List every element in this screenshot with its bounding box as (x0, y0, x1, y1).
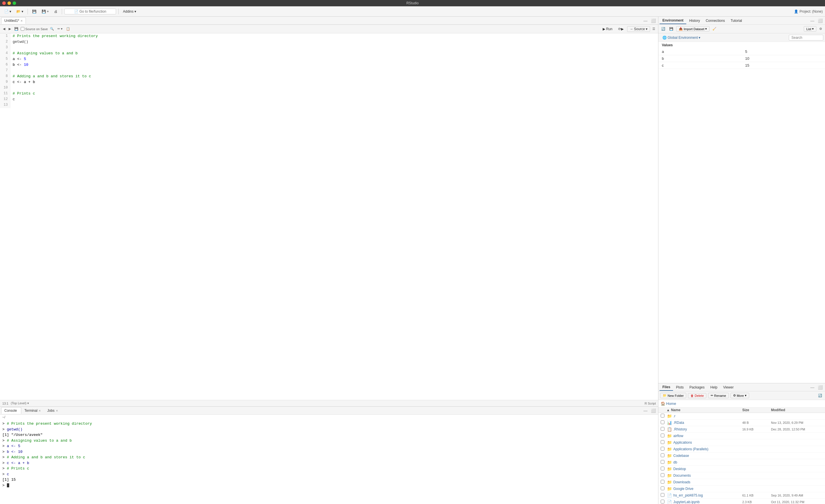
open-file-btn[interactable]: 📂▾ (14, 9, 25, 14)
editor-tab-close[interactable]: ✕ (20, 19, 23, 22)
jobs-tab-close[interactable]: ✕ (56, 409, 58, 412)
file-checkbox[interactable] (661, 466, 664, 471)
maximize-button[interactable] (13, 1, 16, 5)
files-tab-plots[interactable]: Plots (673, 384, 686, 390)
list-btn[interactable]: List ▾ (804, 26, 816, 31)
file-checkbox[interactable] (661, 460, 664, 464)
file-checkbox[interactable] (661, 447, 664, 450)
files-tab-packages[interactable]: Packages (686, 384, 707, 390)
source-on-save-checkbox[interactable] (21, 27, 24, 31)
run-btn[interactable]: ▶ Run (600, 26, 615, 31)
console-tab[interactable]: Console (1, 407, 21, 414)
env-search-input[interactable] (789, 35, 823, 41)
file-icon: 📋 (667, 427, 672, 432)
env-minimize-btn[interactable]: — (809, 18, 816, 23)
new-file-btn[interactable]: 📄▾ (2, 9, 13, 14)
line-content: # Prints c (10, 91, 658, 96)
folder-icon: 📁 (667, 460, 672, 464)
file-checkbox[interactable] (661, 480, 664, 484)
home-btn[interactable]: 🏠 Home (661, 402, 676, 406)
back-btn[interactable]: ◀ (2, 26, 6, 31)
context-selector[interactable]: (Top Level) ▾ (11, 402, 29, 405)
new-folder-btn[interactable]: 📁 New Folder (660, 393, 686, 398)
compile-btn[interactable]: 📋 (65, 26, 71, 31)
file-item[interactable]: 📁 airflow (658, 433, 825, 439)
files-minimize-btn[interactable]: — (809, 385, 816, 390)
print-btn[interactable]: 🖨 (52, 9, 60, 14)
env-save-btn[interactable]: 💾 (668, 26, 674, 31)
file-item[interactable]: 📄 JupyterLab.ipynb 2.3 KB Oct 11, 2020, … (658, 499, 825, 504)
file-item[interactable]: 📁 Desktop (658, 466, 825, 473)
editor-maximize-btn[interactable]: ⬜ (650, 18, 657, 23)
code-tools-btn[interactable]: ✏ ▾ (56, 26, 64, 31)
editor-minimize-btn[interactable]: — (642, 18, 649, 23)
files-tab-files[interactable]: Files (660, 384, 673, 391)
file-item[interactable]: 📁 Applications (658, 439, 825, 446)
file-checkbox[interactable] (661, 493, 664, 497)
files-refresh-btn[interactable]: 🔄 (817, 393, 823, 398)
clear-env-btn[interactable]: 🧹 (711, 26, 718, 31)
source-btn[interactable]: → Source ▾ (627, 26, 650, 32)
file-item[interactable]: 📁 .r (658, 413, 825, 420)
file-item[interactable]: 📊 .RData 48 B Nov 13, 2020, 6:29 PM (658, 420, 825, 426)
terminal-tab[interactable]: Terminal ✕ (21, 407, 44, 414)
files-tab-help[interactable]: Help (707, 384, 721, 390)
file-checkbox[interactable] (661, 473, 664, 477)
env-variable-row[interactable]: b 10 (658, 55, 825, 62)
files-maximize-btn[interactable]: ⬜ (817, 385, 824, 390)
go-to-file-btn[interactable]: 📄 Go to file/function (64, 9, 116, 14)
import-dataset-btn[interactable]: 📥 Import Dataset ▾ (676, 26, 709, 31)
env-tab-tutorial[interactable]: Tutorial (728, 17, 745, 24)
save-file-btn[interactable]: 💾 (13, 26, 19, 31)
env-menu-btn[interactable]: ⚙ (818, 26, 823, 31)
file-item[interactable]: 📁 Downloads (658, 479, 825, 486)
save-all-btn[interactable]: 💾+ (40, 9, 51, 14)
more-btn[interactable]: ⚙ More ▾ (731, 393, 749, 398)
source-on-save-label: Source on Save (25, 27, 48, 31)
main-toolbar: 📄▾ 📂▾ 💾 💾+ 🖨 📄 Go to file/function Addin… (0, 6, 825, 17)
file-item[interactable]: 📁 Codebase (658, 452, 825, 459)
env-variable-row[interactable]: a 5 (658, 48, 825, 55)
minimize-button[interactable] (7, 1, 11, 5)
file-checkbox[interactable] (661, 453, 664, 457)
env-tab-environment[interactable]: Environment (660, 17, 686, 24)
env-tab-connections[interactable]: Connections (703, 17, 728, 24)
line-content: b <- 10 (10, 62, 658, 68)
file-checkbox[interactable] (661, 440, 664, 444)
rename-btn[interactable]: ✏ Rename (708, 393, 729, 398)
file-item[interactable]: 📁 Documents (658, 473, 825, 479)
file-checkbox[interactable] (661, 487, 664, 490)
env-variable-row[interactable]: c 15 (658, 62, 825, 69)
file-checkbox[interactable] (661, 420, 664, 424)
jobs-tab[interactable]: Jobs ✕ (44, 407, 61, 414)
search-btn[interactable]: 🔍 (49, 26, 55, 31)
source-on-save-container: Source on Save (21, 27, 48, 31)
re-run-btn[interactable]: ⟳▶ (616, 26, 626, 31)
file-item[interactable]: 📁 db (658, 459, 825, 466)
file-item[interactable]: 📁 Google Drive (658, 486, 825, 492)
file-checkbox[interactable] (661, 427, 664, 431)
file-item[interactable]: 📋 .Rhistory 16.9 KB Dec 28, 2020, 12:50 … (658, 426, 825, 433)
console-minimize-btn[interactable]: — (642, 408, 649, 413)
save-btn[interactable]: 💾 (30, 9, 39, 14)
console-content[interactable]: > # Prints the present working directory… (0, 420, 658, 504)
env-maximize-btn[interactable]: ⬜ (817, 18, 824, 23)
env-tab-history[interactable]: History (686, 17, 703, 24)
file-checkbox[interactable] (661, 500, 664, 503)
file-checkbox[interactable] (661, 414, 664, 418)
env-refresh-btn[interactable]: 🔄 (660, 26, 666, 31)
editor-menu-btn[interactable]: ☰ (651, 26, 656, 31)
console-maximize-btn[interactable]: ⬜ (650, 408, 657, 413)
file-item[interactable]: 📄 hs_err_pid4875.log 61.1 KB Sep 16, 202… (658, 492, 825, 499)
file-item[interactable]: 📁 Applications (Parallels) (658, 446, 825, 452)
code-editor[interactable]: 1# Prints the present working directory2… (0, 33, 658, 400)
editor-tab-untitled1[interactable]: Untitled1* ✕ (1, 17, 26, 24)
delete-btn[interactable]: 🗑 Delete (688, 393, 706, 398)
close-button[interactable] (2, 1, 6, 5)
files-tab-viewer[interactable]: Viewer (720, 384, 736, 390)
addins-btn[interactable]: Addins ▾ (121, 9, 138, 14)
forward-btn[interactable]: ▶ (7, 26, 12, 31)
file-checkbox[interactable] (661, 434, 664, 437)
global-env-btn[interactable]: 🌐 Global Environment ▾ (660, 34, 703, 41)
terminal-tab-close[interactable]: ✕ (39, 409, 41, 412)
